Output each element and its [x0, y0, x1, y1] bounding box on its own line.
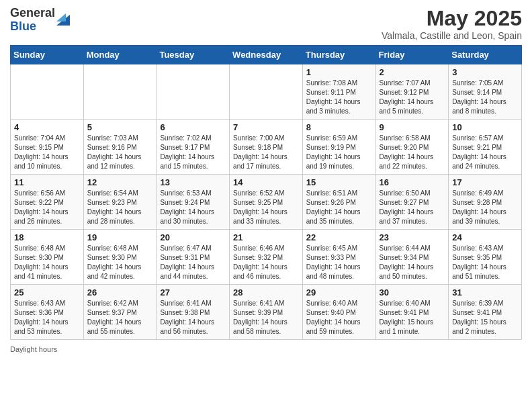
day-info: Sunrise: 6:56 AMSunset: 9:22 PMDaylight:… [14, 189, 80, 226]
calendar-cell: 10Sunrise: 6:57 AMSunset: 9:21 PMDayligh… [449, 120, 522, 175]
day-info: Sunrise: 7:04 AMSunset: 9:15 PMDaylight:… [14, 134, 80, 171]
location-text: Valmala, Castille and Leon, Spain [382, 30, 522, 41]
day-number: 29 [306, 287, 372, 298]
calendar-cell: 31Sunrise: 6:39 AMSunset: 9:41 PMDayligh… [449, 285, 522, 340]
day-number: 8 [306, 122, 372, 132]
calendar-cell: 29Sunrise: 6:40 AMSunset: 9:40 PMDayligh… [302, 285, 375, 340]
calendar-cell: 16Sunrise: 6:50 AMSunset: 9:27 PMDayligh… [375, 175, 449, 230]
day-number: 28 [233, 287, 299, 298]
day-info: Sunrise: 6:44 AMSunset: 9:34 PMDaylight:… [380, 244, 445, 281]
day-number: 21 [233, 232, 299, 242]
day-info: Sunrise: 7:03 AMSunset: 9:16 PMDaylight:… [87, 134, 153, 171]
day-number: 31 [452, 287, 518, 298]
calendar-cell: 30Sunrise: 6:40 AMSunset: 9:41 PMDayligh… [375, 285, 449, 340]
day-number: 6 [160, 122, 226, 132]
day-info: Sunrise: 6:57 AMSunset: 9:21 PMDaylight:… [452, 134, 518, 171]
day-number: 14 [233, 177, 299, 187]
day-number: 15 [306, 177, 372, 187]
day-info: Sunrise: 7:00 AMSunset: 9:18 PMDaylight:… [233, 134, 299, 171]
day-number: 23 [380, 232, 445, 242]
calendar-cell [157, 64, 230, 120]
day-info: Sunrise: 7:08 AMSunset: 9:11 PMDaylight:… [306, 79, 372, 116]
calendar-cell: 22Sunrise: 6:45 AMSunset: 9:33 PMDayligh… [302, 230, 375, 285]
calendar-cell: 8Sunrise: 6:59 AMSunset: 9:19 PMDaylight… [302, 120, 375, 175]
calendar-cell: 25Sunrise: 6:43 AMSunset: 9:36 PMDayligh… [11, 285, 84, 340]
day-number: 1 [306, 67, 372, 77]
calendar-table: SundayMondayTuesdayWednesdayThursdayFrid… [10, 45, 522, 340]
day-number: 10 [452, 122, 518, 132]
day-number: 20 [160, 232, 226, 242]
page-container: General Blue May 2025 Valmala, Castille … [0, 0, 532, 363]
calendar-cell: 3Sunrise: 7:05 AMSunset: 9:14 PMDaylight… [449, 64, 522, 120]
day-info: Sunrise: 7:07 AMSunset: 9:12 PMDaylight:… [380, 79, 445, 116]
day-info: Sunrise: 6:59 AMSunset: 9:19 PMDaylight:… [306, 134, 372, 171]
logo-icon [56, 9, 70, 26]
calendar-cell [11, 64, 84, 120]
calendar-cell: 9Sunrise: 6:58 AMSunset: 9:20 PMDaylight… [375, 120, 449, 175]
calendar-cell: 28Sunrise: 6:41 AMSunset: 9:39 PMDayligh… [230, 285, 303, 340]
day-number: 11 [14, 177, 80, 187]
day-number: 26 [87, 287, 153, 298]
day-number: 17 [452, 177, 518, 187]
calendar-cell: 11Sunrise: 6:56 AMSunset: 9:22 PMDayligh… [11, 175, 84, 230]
day-info: Sunrise: 6:46 AMSunset: 9:32 PMDaylight:… [233, 244, 299, 281]
calendar-cell: 26Sunrise: 6:42 AMSunset: 9:37 PMDayligh… [83, 285, 157, 340]
day-number: 18 [14, 232, 80, 242]
day-info: Sunrise: 7:05 AMSunset: 9:14 PMDaylight:… [452, 79, 518, 116]
day-info: Sunrise: 6:54 AMSunset: 9:23 PMDaylight:… [87, 189, 153, 226]
calendar-footer: Daylight hours [10, 345, 522, 353]
day-info: Sunrise: 6:50 AMSunset: 9:27 PMDaylight:… [380, 189, 445, 226]
day-number: 2 [380, 67, 445, 77]
day-number: 12 [87, 177, 153, 187]
month-title: May 2025 [382, 7, 522, 30]
calendar-week-1: 1Sunrise: 7:08 AMSunset: 9:11 PMDaylight… [11, 64, 522, 120]
calendar-week-4: 18Sunrise: 6:48 AMSunset: 9:30 PMDayligh… [11, 230, 522, 285]
logo-general-text: General [10, 7, 55, 20]
day-number: 3 [452, 67, 518, 77]
calendar-cell: 7Sunrise: 7:00 AMSunset: 9:18 PMDaylight… [230, 120, 303, 175]
calendar-cell: 27Sunrise: 6:41 AMSunset: 9:38 PMDayligh… [157, 285, 230, 340]
day-info: Sunrise: 6:49 AMSunset: 9:28 PMDaylight:… [452, 189, 518, 226]
day-number: 24 [452, 232, 518, 242]
day-number: 16 [380, 177, 445, 187]
day-number: 22 [306, 232, 372, 242]
weekday-header-wednesday: Wednesday [230, 46, 303, 64]
calendar-cell: 23Sunrise: 6:44 AMSunset: 9:34 PMDayligh… [375, 230, 449, 285]
day-info: Sunrise: 6:41 AMSunset: 9:38 PMDaylight:… [160, 299, 226, 336]
weekday-header-friday: Friday [375, 46, 449, 64]
calendar-cell: 12Sunrise: 6:54 AMSunset: 9:23 PMDayligh… [83, 175, 157, 230]
day-number: 7 [233, 122, 299, 132]
weekday-header-saturday: Saturday [449, 46, 522, 64]
calendar-week-5: 25Sunrise: 6:43 AMSunset: 9:36 PMDayligh… [11, 285, 522, 340]
day-info: Sunrise: 6:53 AMSunset: 9:24 PMDaylight:… [160, 189, 226, 226]
calendar-cell: 5Sunrise: 7:03 AMSunset: 9:16 PMDaylight… [83, 120, 157, 175]
calendar-cell: 21Sunrise: 6:46 AMSunset: 9:32 PMDayligh… [230, 230, 303, 285]
day-info: Sunrise: 6:48 AMSunset: 9:30 PMDaylight:… [87, 244, 153, 281]
day-number: 9 [380, 122, 445, 132]
calendar-cell: 18Sunrise: 6:48 AMSunset: 9:30 PMDayligh… [11, 230, 84, 285]
calendar-cell: 17Sunrise: 6:49 AMSunset: 9:28 PMDayligh… [449, 175, 522, 230]
logo: General Blue [10, 7, 70, 34]
day-info: Sunrise: 6:40 AMSunset: 9:40 PMDaylight:… [306, 299, 372, 336]
calendar-cell: 6Sunrise: 7:02 AMSunset: 9:17 PMDaylight… [157, 120, 230, 175]
day-info: Sunrise: 6:45 AMSunset: 9:33 PMDaylight:… [306, 244, 372, 281]
day-info: Sunrise: 6:39 AMSunset: 9:41 PMDaylight:… [452, 299, 518, 336]
calendar-cell: 24Sunrise: 6:43 AMSunset: 9:35 PMDayligh… [449, 230, 522, 285]
day-info: Sunrise: 6:48 AMSunset: 9:30 PMDaylight:… [14, 244, 80, 281]
day-info: Sunrise: 6:52 AMSunset: 9:25 PMDaylight:… [233, 189, 299, 226]
day-number: 25 [14, 287, 80, 298]
calendar-cell: 14Sunrise: 6:52 AMSunset: 9:25 PMDayligh… [230, 175, 303, 230]
title-block: May 2025 Valmala, Castille and Leon, Spa… [382, 7, 522, 41]
day-info: Sunrise: 6:42 AMSunset: 9:37 PMDaylight:… [87, 299, 153, 336]
day-info: Sunrise: 7:02 AMSunset: 9:17 PMDaylight:… [160, 134, 226, 171]
day-number: 13 [160, 177, 226, 187]
calendar-week-2: 4Sunrise: 7:04 AMSunset: 9:15 PMDaylight… [11, 120, 522, 175]
logo-blue-text: Blue [10, 20, 55, 34]
day-info: Sunrise: 6:43 AMSunset: 9:36 PMDaylight:… [14, 299, 80, 336]
day-number: 5 [87, 122, 153, 132]
calendar-cell: 2Sunrise: 7:07 AMSunset: 9:12 PMDaylight… [375, 64, 449, 120]
calendar-cell [83, 64, 157, 120]
day-info: Sunrise: 6:47 AMSunset: 9:31 PMDaylight:… [160, 244, 226, 281]
day-number: 30 [380, 287, 445, 298]
day-info: Sunrise: 6:40 AMSunset: 9:41 PMDaylight:… [380, 299, 445, 336]
